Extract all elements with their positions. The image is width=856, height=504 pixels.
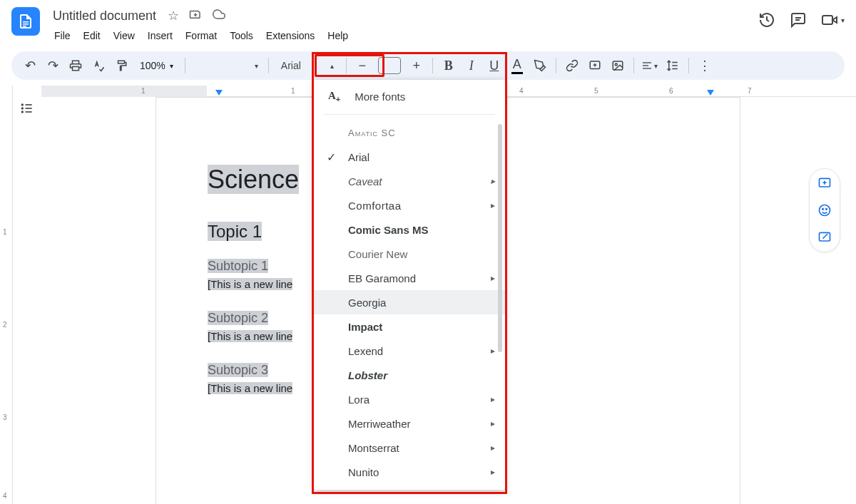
- redo-button[interactable]: ↷: [43, 56, 63, 76]
- font-label: Lora: [348, 394, 370, 406]
- submenu-arrow-icon: ▸: [491, 467, 495, 477]
- move-icon[interactable]: [189, 8, 202, 24]
- outline-icon[interactable]: [20, 101, 34, 504]
- bold-button[interactable]: B: [439, 56, 459, 76]
- vruler-tick: 3: [3, 413, 7, 421]
- font-option-caveat[interactable]: Caveat▸: [314, 169, 505, 193]
- vruler-tick: 2: [3, 321, 7, 329]
- font-menu: A+ More fonts Amatic SC✓ArialCaveat▸Comf…: [314, 80, 505, 490]
- text-color-button[interactable]: A: [507, 56, 527, 76]
- font-menu-scrollbar[interactable]: [498, 124, 502, 352]
- ruler-margin: [156, 86, 207, 97]
- history-icon[interactable]: [758, 11, 775, 29]
- more-button[interactable]: ⋮: [695, 56, 715, 76]
- font-label: Caveat: [348, 175, 382, 187]
- indent-right-marker[interactable]: [707, 90, 714, 96]
- document-title[interactable]: Untitled document: [49, 7, 160, 25]
- line-spacing-button[interactable]: [663, 56, 683, 76]
- menu-file[interactable]: File: [49, 27, 76, 44]
- font-option-montserrat[interactable]: Montserrat▸: [314, 436, 505, 460]
- subtopic-heading[interactable]: Subtopic 3: [208, 363, 268, 377]
- menu-help[interactable]: Help: [322, 27, 354, 44]
- chevron-up-icon: ▴: [330, 62, 334, 70]
- side-toolbar: [809, 168, 840, 252]
- emoji-react-button[interactable]: [817, 203, 832, 217]
- font-option-comfortaa[interactable]: Comfortaa▸: [314, 193, 505, 217]
- font-option-merriweather[interactable]: Merriweather▸: [314, 411, 505, 436]
- font-label: Arial: [348, 151, 370, 163]
- subtopic-heading[interactable]: Subtopic 1: [208, 259, 268, 273]
- align-button[interactable]: ▾: [640, 56, 660, 76]
- doc-title-text[interactable]: Science: [208, 165, 299, 194]
- svg-rect-7: [73, 61, 79, 64]
- indent-left-marker[interactable]: [215, 90, 223, 96]
- font-option-eb-garamond[interactable]: EB Garamond▸: [314, 266, 505, 290]
- styles-dropdown[interactable]: ▾: [191, 62, 263, 70]
- svg-point-20: [22, 104, 24, 106]
- font-option-comic-sans-ms[interactable]: Comic Sans MS: [314, 217, 505, 242]
- font-size-input[interactable]: [378, 57, 401, 74]
- font-label: Nunito: [348, 466, 379, 478]
- menu-extensions[interactable]: Extensions: [260, 27, 320, 44]
- paint-format-button[interactable]: [111, 56, 131, 76]
- docs-logo[interactable]: [11, 7, 40, 36]
- add-comment-button[interactable]: [585, 56, 605, 76]
- cloud-status-icon[interactable]: [212, 8, 226, 24]
- print-button[interactable]: [66, 56, 86, 76]
- add-comment-side-button[interactable]: [817, 176, 832, 190]
- separator: [432, 58, 433, 73]
- meet-icon[interactable]: ▾: [821, 11, 845, 29]
- font-option-georgia[interactable]: Georgia: [314, 290, 505, 314]
- svg-point-22: [22, 111, 24, 113]
- font-option-lexend[interactable]: Lexend▸: [314, 339, 505, 363]
- font-label: Lobster: [348, 369, 387, 381]
- insert-image-button[interactable]: [608, 56, 628, 76]
- menu-tools[interactable]: Tools: [224, 27, 259, 44]
- decrease-size-button[interactable]: −: [352, 56, 372, 76]
- menu-insert[interactable]: Insert: [142, 27, 178, 44]
- more-fonts-item[interactable]: A+ More fonts: [314, 80, 505, 114]
- increase-size-button[interactable]: +: [407, 56, 427, 76]
- font-option-amatic-sc[interactable]: Amatic SC: [314, 120, 505, 145]
- hruler-tick: 6: [669, 87, 673, 95]
- body-line[interactable]: [This is a new line: [208, 330, 292, 342]
- hruler-tick: 1: [141, 87, 146, 95]
- subtopic-heading[interactable]: Subtopic 2: [208, 311, 268, 325]
- separator: [268, 58, 269, 73]
- submenu-arrow-icon: ▸: [491, 200, 496, 210]
- highlight-button[interactable]: [530, 56, 550, 76]
- topic-heading[interactable]: Topic 1: [208, 222, 262, 241]
- separator: [556, 58, 556, 73]
- body-line[interactable]: [This is a new line: [208, 382, 292, 394]
- svg-point-21: [22, 108, 24, 109]
- undo-button[interactable]: ↶: [20, 56, 40, 76]
- font-option-arial[interactable]: ✓Arial: [314, 145, 505, 169]
- body-line[interactable]: [This is a new line: [208, 278, 292, 290]
- font-option-nunito[interactable]: Nunito▸: [314, 460, 505, 484]
- link-button[interactable]: [562, 56, 582, 76]
- font-option-impact[interactable]: Impact: [314, 314, 505, 339]
- font-label: EB Garamond: [348, 272, 416, 284]
- separator: [633, 58, 634, 73]
- comments-icon[interactable]: [790, 11, 807, 29]
- italic-button[interactable]: I: [462, 56, 482, 76]
- vruler-tick: 4: [3, 492, 7, 500]
- font-label: Courier New: [348, 248, 407, 260]
- menu-view[interactable]: View: [108, 27, 141, 44]
- hruler-tick: 4: [519, 87, 524, 95]
- zoom-dropdown[interactable]: 100%▾: [134, 60, 179, 71]
- font-label: Merriweather: [348, 418, 411, 430]
- font-option-lobster[interactable]: Lobster: [314, 363, 505, 387]
- spellcheck-button[interactable]: [88, 56, 108, 76]
- svg-rect-0: [23, 21, 29, 23]
- separator: [185, 58, 185, 73]
- font-dropdown[interactable]: Arial ▴: [275, 56, 340, 76]
- underline-button[interactable]: U: [484, 56, 504, 76]
- menu-format[interactable]: Format: [180, 27, 223, 44]
- suggest-edits-button[interactable]: [817, 230, 832, 245]
- menu-edit[interactable]: Edit: [78, 27, 106, 44]
- font-label: Georgia: [348, 297, 386, 309]
- font-option-courier-new[interactable]: Courier New: [314, 242, 505, 266]
- star-icon[interactable]: ☆: [168, 8, 179, 24]
- font-option-lora[interactable]: Lora▸: [314, 387, 505, 411]
